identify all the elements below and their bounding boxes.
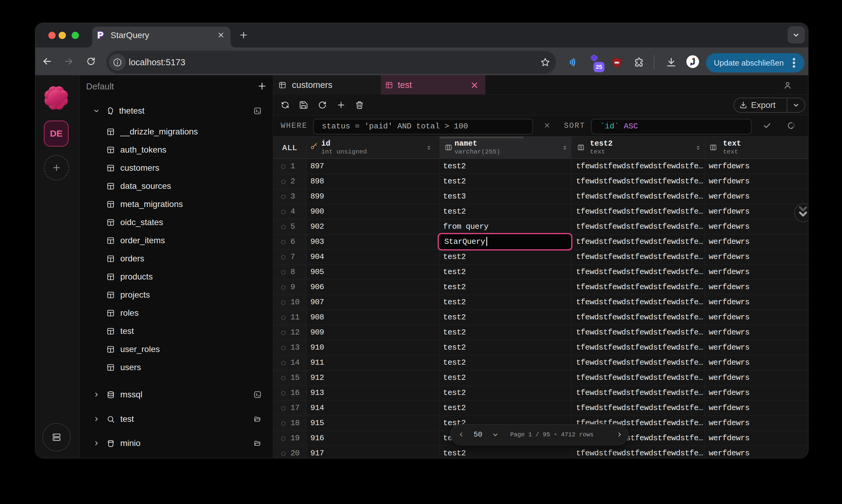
svg-text:P: P: [97, 30, 103, 40]
